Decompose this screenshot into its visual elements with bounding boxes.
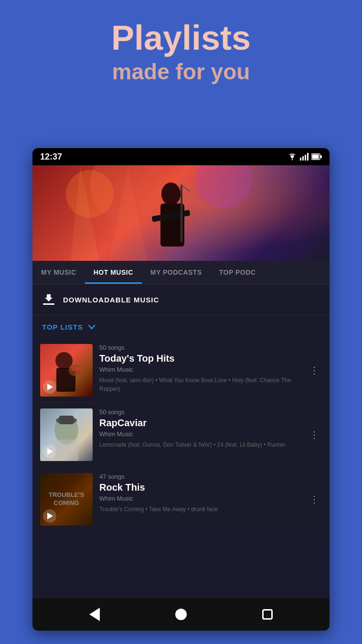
song-count-1: 50 songs xyxy=(99,344,300,351)
playlist-author-3: Whim Music xyxy=(99,495,300,502)
svg-rect-15 xyxy=(181,184,182,242)
home-button[interactable] xyxy=(171,605,191,624)
status-bar: 12:37 xyxy=(32,148,330,165)
svg-rect-30 xyxy=(59,416,74,424)
promo-subtitle: made for you xyxy=(10,59,352,85)
home-icon xyxy=(175,609,187,620)
playlist-tracks-2: Lemonade (feat. Gunna, Don Toliver & NAV… xyxy=(99,440,300,449)
back-button[interactable] xyxy=(85,605,104,624)
recents-icon xyxy=(262,609,273,620)
status-time: 12:37 xyxy=(40,152,62,162)
phone-frame: 12:37 xyxy=(32,148,330,631)
play-button-3[interactable] xyxy=(43,509,56,523)
svg-point-9 xyxy=(66,170,114,218)
song-count-3: 47 songs xyxy=(99,473,300,480)
playlist-item-3[interactable]: TROUBLE'SCOMING 47 songs Rock This Whim … xyxy=(32,467,330,532)
playlist-name-2: RapCaviar xyxy=(99,418,300,429)
play-button-1[interactable] xyxy=(43,380,56,394)
status-icons xyxy=(287,153,322,161)
svg-rect-5 xyxy=(312,155,319,159)
content-area: DOWNLOADABLE MUSIC TOP LISTS xyxy=(32,284,330,536)
back-icon xyxy=(89,608,100,621)
svg-rect-6 xyxy=(320,155,322,158)
playlist-info-3: 47 songs Rock This Whim Music Trouble's … xyxy=(99,473,300,514)
download-icon xyxy=(42,293,55,306)
playlist-item[interactable]: 50 songs Today's Top Hits Whim Music Moo… xyxy=(32,338,330,403)
playlist-info-1: 50 songs Today's Top Hits Whim Music Moo… xyxy=(99,344,300,393)
playlist-item-2[interactable]: 50 songs RapCaviar Whim Music Lemonade (… xyxy=(32,403,330,467)
playlist-name-1: Today's Top Hits xyxy=(99,353,300,364)
svg-marker-18 xyxy=(45,294,53,301)
playlist-tracks-1: Mood (feat. iann dior) • What You Know B… xyxy=(99,376,300,393)
concert-image xyxy=(32,165,330,261)
promo-header: Playlists made for you xyxy=(0,0,362,99)
tab-my-podcasts[interactable]: MY PODCASTS xyxy=(142,261,211,284)
chevron-down-icon xyxy=(87,322,96,332)
wifi-icon xyxy=(287,153,297,161)
playlist-info-2: 50 songs RapCaviar Whim Music Lemonade (… xyxy=(99,408,300,449)
svg-rect-0 xyxy=(300,158,301,161)
top-lists-header[interactable]: TOP LISTS xyxy=(32,315,330,338)
song-count-2: 50 songs xyxy=(99,408,300,416)
svg-rect-24 xyxy=(71,367,81,371)
download-label: DOWNLOADABLE MUSIC xyxy=(63,296,159,304)
svg-point-12 xyxy=(161,182,181,205)
svg-rect-1 xyxy=(302,156,304,161)
play-button-2[interactable] xyxy=(43,445,56,458)
svg-rect-17 xyxy=(43,303,54,305)
more-button-2[interactable]: ⋮ xyxy=(307,427,322,442)
svg-point-8 xyxy=(195,165,252,208)
playlist-tracks-3: Trouble's Coming • Take Me Away • drunk … xyxy=(99,505,300,514)
playlist-author-1: Whim Music xyxy=(99,366,300,373)
download-bar[interactable]: DOWNLOADABLE MUSIC xyxy=(32,284,330,315)
playlist-thumb-3: TROUBLE'SCOMING xyxy=(40,473,93,526)
more-button-3[interactable]: ⋮ xyxy=(307,492,322,507)
tab-hot-music[interactable]: HOT MUSIC xyxy=(85,261,142,284)
svg-rect-3 xyxy=(307,153,309,161)
playlist-thumb-2 xyxy=(40,408,93,461)
promo-title: Playlists xyxy=(10,19,352,57)
bottom-nav xyxy=(32,598,330,631)
nav-tabs: MY MUSIC HOT MUSIC MY PODCASTS TOP PODC xyxy=(32,261,330,284)
svg-rect-2 xyxy=(305,155,306,161)
playlist-name-3: Rock This xyxy=(99,482,300,493)
playlist-author-2: Whim Music xyxy=(99,430,300,438)
signal-icon xyxy=(300,153,309,161)
playlist-thumb-1 xyxy=(40,344,93,397)
top-lists-title: TOP LISTS xyxy=(42,323,83,331)
tab-top-podcasts[interactable]: TOP PODC xyxy=(211,261,265,284)
concert-svg xyxy=(32,165,330,261)
tab-my-music[interactable]: MY MUSIC xyxy=(32,261,85,284)
more-button-1[interactable]: ⋮ xyxy=(307,363,322,378)
recents-button[interactable] xyxy=(258,605,277,624)
playlist-list: 50 songs Today's Top Hits Whim Music Moo… xyxy=(32,338,330,536)
battery-icon xyxy=(311,153,322,160)
thumb-text-3: TROUBLE'SCOMING xyxy=(46,488,87,510)
svg-rect-27 xyxy=(54,440,78,461)
